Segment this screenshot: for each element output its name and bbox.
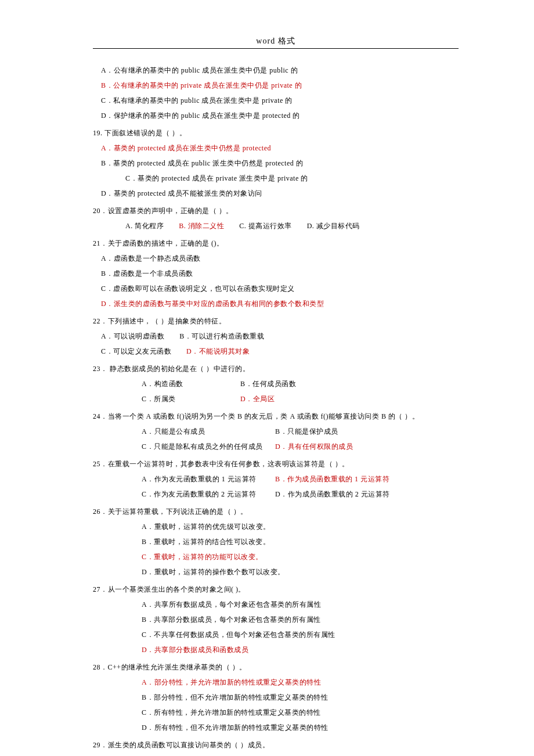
question-stem: 27．从一个基类派生出的各个类的对象之间( )。 xyxy=(93,584,459,595)
option-row-2: C．所属类 D．全局区 xyxy=(93,394,459,404)
question-stem: 28．C++的继承性允许派生类继承基类的（ ）。 xyxy=(93,662,459,672)
option-row: A. 简化程序 B. 消除二义性 C. 提高运行效率 D. 减少目标代码 xyxy=(93,221,459,231)
option-a: A．公有继承的基类中的 public 成员在派生类中仍是 public 的 xyxy=(93,65,459,75)
question-21: 21．关于虚函数的描述中，正确的是 ()。 A．虚函数是一个静态成员函数 B．虚… xyxy=(93,238,459,309)
option-c: C．私有继承的基类中的 public 成员在派生类中是 private 的 xyxy=(93,95,459,106)
question-22: 22．下列描述中，（ ）是抽象类的特征。 A．可以说明虚函数 B．可以进行构造函… xyxy=(93,316,459,357)
option-b: B．共享部分数据成员，每个对象还包含基类的所有属性 xyxy=(93,614,459,625)
option-b: B．作为成员函数重载的 1 元运算符 xyxy=(275,474,389,484)
option-row-1: A．可以说明虚函数 B．可以进行构造函数重载 xyxy=(93,331,459,341)
question-27: 27．从一个基类派生出的各个类的对象之间( )。 A．共享所有数据成员，每个对象… xyxy=(93,584,459,655)
option-row-2: C．只能是除私有成员之外的任何成员 D．具有任何权限的成员 xyxy=(93,441,459,452)
option-row-1: A．只能是公有成员 B．只能是保护成员 xyxy=(93,426,459,437)
question-24: 24．当将一个类 A 或函数 f()说明为另一个类 B 的友元后，类 A 或函数… xyxy=(93,411,459,452)
option-a: A．作为友元函数重载的 1 元运算符 xyxy=(142,474,275,484)
question-stem: 23． 静态数据成员的初始化是在（ ）中进行的。 xyxy=(93,363,459,374)
question-stem: 24．当将一个类 A 或函数 f()说明为另一个类 B 的友元后，类 A 或函数… xyxy=(93,411,459,422)
option-a: A. 简化程序 xyxy=(125,221,164,231)
question-28: 28．C++的继承性允许派生类继承基类的（ ）。 A．部分特性，并允许增加新的特… xyxy=(93,662,459,733)
option-d: D．作为成员函数重载的 2 元运算符 xyxy=(275,489,390,499)
option-a: A．只能是公有成员 xyxy=(142,426,275,437)
question-29: 29．派生类的成员函数可以直接访问基类的（ ）成员。 A．所有 B．公有和保护 … xyxy=(93,740,459,756)
option-a: A．重载时，运算符的优先级可以改变。 xyxy=(93,521,459,532)
option-c: C．只能是除私有成员之外的任何成员 xyxy=(142,441,275,452)
option-a: A．构造函数 xyxy=(142,379,240,389)
option-row-2: C．可以定义友元函数 D．不能说明其对象 xyxy=(93,346,459,357)
option-a: A．共享所有数据成员，每个对象还包含基类的所有属性 xyxy=(93,599,459,610)
option-d: D．派生类的虚函数与基类中对应的虚函数具有相同的参数个数和类型 xyxy=(93,298,459,309)
option-b: B．重载时，运算符的结合性可以改变。 xyxy=(93,537,459,547)
question-stem: 29．派生类的成员函数可以直接访问基类的（ ）成员。 xyxy=(93,740,459,750)
question-stem: 26．关于运算符重载，下列说法正确的是（ ）。 xyxy=(93,506,459,517)
option-d: D．所有特性，但不允许增加新的特性或重定义基类的特性 xyxy=(93,722,459,733)
question-20: 20．设置虚基类的声明中，正确的是（ ）。 A. 简化程序 B. 消除二义性 C… xyxy=(93,206,459,231)
option-c: C．虚函数即可以在函数说明定义，也可以在函数实现时定义 xyxy=(93,283,459,294)
option-c: C．可以定义友元函数 xyxy=(101,346,171,357)
option-d: D. 减少目标代码 xyxy=(307,221,360,231)
option-a: A．可以说明虚函数 xyxy=(101,331,164,341)
option-row-1: A．作为友元函数重载的 1 元运算符 B．作为成员函数重载的 1 元运算符 xyxy=(93,474,459,484)
question-stem: 25．在重载一个运算符时，其参数表中没有任何参数，这表明该运算符是（ ）。 xyxy=(93,459,459,469)
option-a: A．虚函数是一个静态成员函数 xyxy=(93,253,459,264)
option-c: C．作为友元函数重载的 2 元运算符 xyxy=(142,489,275,499)
page-header: word 格式 xyxy=(93,35,459,47)
option-a: A．部分特性，并允许增加新的特性或重定义基类的特性 xyxy=(93,677,459,687)
question-stem: 19. 下面叙述错误的是（ ）。 xyxy=(93,128,459,138)
option-c: C．重载时，运算符的功能可以改变。 xyxy=(93,552,459,562)
document-page: word 格式 A．公有继承的基类中的 public 成员在派生类中仍是 pub… xyxy=(0,0,534,756)
option-c: C．所有特性，并允许增加新的特性或重定义基类的特性 xyxy=(93,707,459,718)
option-c: C．不共享任何数据成员，但每个对象还包含基类的所有属性 xyxy=(93,629,459,640)
option-b: B．部分特性，但不允许增加新的特性或重定义基类的特性 xyxy=(93,692,459,703)
option-row-2: C．作为友元函数重载的 2 元运算符 D．作为成员函数重载的 2 元运算符 xyxy=(93,489,459,499)
option-d: D．共享部分数据成员和函数成员 xyxy=(93,645,459,655)
option-c: C．所属类 xyxy=(142,394,240,404)
option-d: D．全局区 xyxy=(240,394,275,404)
header-rule xyxy=(93,48,459,49)
option-b: B．虚函数是一个非成员函数 xyxy=(93,268,459,279)
option-b: B．基类的 protected 成员在 public 派生类中仍然是 prote… xyxy=(93,158,459,168)
option-c: C. 提高运行效率 xyxy=(239,221,292,231)
question-stem: 21．关于虚函数的描述中，正确的是 ()。 xyxy=(93,238,459,249)
option-d: D．不能说明其对象 xyxy=(186,346,250,357)
option-b: B. 消除二义性 xyxy=(179,221,224,231)
question-stem: 22．下列描述中，（ ）是抽象类的特征。 xyxy=(93,316,459,326)
option-a: A．基类的 protected 成员在派生类中仍然是 protected xyxy=(93,143,459,153)
option-b: B．任何成员函数 xyxy=(240,379,296,389)
question-19: 19. 下面叙述错误的是（ ）。 A．基类的 protected 成员在派生类中… xyxy=(93,128,459,199)
pre-options: A．公有继承的基类中的 public 成员在派生类中仍是 public 的 B．… xyxy=(93,65,459,121)
option-d: D．保护继承的基类中的 public 成员在派生类中是 protected 的 xyxy=(93,110,459,121)
option-b: B．公有继承的基类中的 private 成员在派生类中仍是 private 的 xyxy=(93,80,459,91)
question-26: 26．关于运算符重载，下列说法正确的是（ ）。 A．重载时，运算符的优先级可以改… xyxy=(93,506,459,577)
question-25: 25．在重载一个运算符时，其参数表中没有任何参数，这表明该运算符是（ ）。 A．… xyxy=(93,459,459,499)
option-b: B．可以进行构造函数重载 xyxy=(179,331,264,341)
option-d: D．具有任何权限的成员 xyxy=(275,441,353,452)
question-stem: 20．设置虚基类的声明中，正确的是（ ）。 xyxy=(93,206,459,216)
question-23: 23． 静态数据成员的初始化是在（ ）中进行的。 A．构造函数 B．任何成员函数… xyxy=(93,363,459,404)
option-d: D．基类的 protected 成员不能被派生类的对象访问 xyxy=(93,188,459,199)
option-d: D．重载时，运算符的操作数个数可以改变。 xyxy=(93,567,459,577)
option-b: B．只能是保护成员 xyxy=(275,426,338,437)
option-c: C．基类的 protected 成员在 private 派生类中是 privat… xyxy=(93,173,459,183)
option-row-1: A．构造函数 B．任何成员函数 xyxy=(93,379,459,389)
